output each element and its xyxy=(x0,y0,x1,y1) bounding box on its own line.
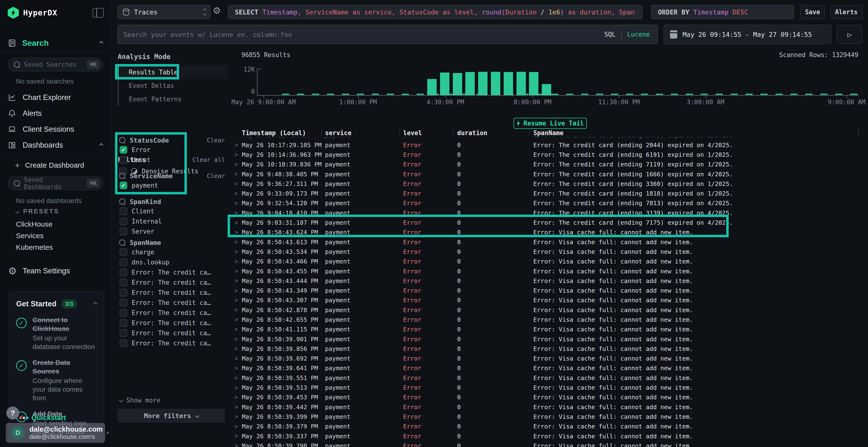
clear-filter-button[interactable]: Clear xyxy=(207,172,225,179)
expand-row-icon[interactable]: > xyxy=(233,248,242,255)
table-row[interactable]: >May 26 8:50:39.337 PMpaymentError0Error… xyxy=(233,431,868,441)
sql-select-input[interactable]: SELECT Timestamp, ServiceName as service… xyxy=(228,5,643,19)
table-row[interactable]: >May 26 8:50:43.534 PMpaymentError0Error… xyxy=(233,247,868,256)
presets-toggle[interactable]: PRESETS xyxy=(16,208,59,215)
expand-row-icon[interactable]: > xyxy=(233,142,242,148)
histogram-bar[interactable] xyxy=(440,72,450,95)
filter-option[interactable]: Error: The credit card … xyxy=(119,338,225,348)
table-row[interactable]: >May 26 9:33:09.173 PMpaymentError0Error… xyxy=(233,188,868,198)
expand-row-icon[interactable]: > xyxy=(233,258,242,265)
table-row[interactable]: >May 26 8:50:39.641 PMpaymentError0Error… xyxy=(233,364,868,373)
checkbox-icon[interactable] xyxy=(120,329,127,337)
table-row[interactable]: >May 26 10:14:36.963 PMpaymentError0Erro… xyxy=(233,150,868,160)
checkbox-icon[interactable] xyxy=(120,309,127,317)
filter-option[interactable]: Error: The credit card … xyxy=(119,328,225,338)
checkbox-icon[interactable] xyxy=(120,156,127,164)
filter-option[interactable]: Unset xyxy=(119,155,225,165)
date-range-picker[interactable]: May 26 09:14:55 - May 27 09:14:55 xyxy=(663,25,831,44)
histogram-bar[interactable] xyxy=(517,72,526,95)
expand-row-icon[interactable]: > xyxy=(233,336,242,342)
expand-row-icon[interactable]: > xyxy=(233,442,242,447)
sidebar-item-team-settings[interactable]: ⚙ Team Settings xyxy=(8,265,70,277)
table-row[interactable]: >May 26 8:50:39.298 PMpaymentError0Error… xyxy=(233,441,868,447)
histogram-bar[interactable] xyxy=(478,72,488,95)
analysis-mode-event-patterns[interactable]: Event Patterns xyxy=(118,93,228,106)
checkbox-icon[interactable] xyxy=(120,289,127,297)
table-row[interactable]: >May 26 8:50:43.613 PMpaymentError0Error… xyxy=(233,237,868,247)
checkbox-icon[interactable] xyxy=(120,228,127,235)
table-row[interactable]: >May 26 8:50:42.878 PMpaymentError0Error… xyxy=(233,305,868,315)
filter-option[interactable]: Error: The credit card … xyxy=(119,298,225,308)
filter-option[interactable]: Error: The credit card … xyxy=(119,277,225,287)
analysis-mode-results-table[interactable]: Results Table xyxy=(118,66,228,79)
more-filters-button[interactable]: More filters xyxy=(118,409,225,423)
analysis-mode-event-deltas[interactable]: Event Deltas xyxy=(118,79,228,93)
filter-option[interactable]: Error: The credit card … xyxy=(119,308,225,318)
preset-kubernetes[interactable]: Kubernetes xyxy=(16,242,53,253)
expand-row-icon[interactable]: > xyxy=(233,433,242,440)
mode-lucene-toggle[interactable]: Lucene xyxy=(627,31,650,38)
saved-dashboards-input[interactable]: Saved Dashboards ⌘K xyxy=(8,176,103,190)
expand-row-icon[interactable]: > xyxy=(233,413,242,420)
alerts-button[interactable]: Alerts xyxy=(830,5,863,19)
column-header-service[interactable]: service xyxy=(325,129,403,137)
sidebar-item-alerts[interactable]: Alerts xyxy=(0,105,111,122)
checkbox-icon[interactable] xyxy=(120,339,127,347)
table-row[interactable]: >May 26 9:36:27.311 PMpaymentError0Error… xyxy=(233,179,868,188)
expand-row-icon[interactable]: > xyxy=(233,404,242,410)
histogram-bar[interactable] xyxy=(465,72,475,95)
sidebar-item-chart-explorer[interactable]: Chart Explorer xyxy=(0,90,111,105)
expand-row-icon[interactable]: > xyxy=(233,316,242,323)
expand-row-icon[interactable]: > xyxy=(233,326,242,333)
filter-option[interactable]: Error: The credit card … xyxy=(119,267,225,277)
expand-row-icon[interactable]: > xyxy=(233,345,242,352)
get-started-header[interactable]: Get Started 3/3 xyxy=(16,299,97,309)
expand-row-icon[interactable]: > xyxy=(233,307,242,313)
filter-option[interactable]: Error: The credit card … xyxy=(119,287,225,298)
table-row[interactable]: >May 26 8:50:43.455 PMpaymentError0Error… xyxy=(233,266,868,276)
filter-option[interactable]: Server xyxy=(119,227,225,237)
filter-option[interactable]: Error: The credit card … xyxy=(119,318,225,328)
expand-row-icon[interactable]: > xyxy=(233,297,242,304)
expand-row-icon[interactable]: > xyxy=(233,384,242,391)
expand-row-icon[interactable]: > xyxy=(233,268,242,275)
table-row-partial[interactable]: >May 26 10:21:45.100 PMpaymentError0Erro… xyxy=(233,137,868,140)
help-button[interactable]: ? xyxy=(6,407,19,419)
expand-row-icon[interactable]: > xyxy=(233,423,242,430)
preset-services[interactable]: Services xyxy=(16,230,44,242)
event-search-input[interactable]: Search your events w/ Lucene ex. column:… xyxy=(117,25,658,44)
table-row[interactable]: >May 26 8:50:39.692 PMpaymentError0Error… xyxy=(233,354,868,364)
table-row[interactable]: >May 26 9:04:18.410 PMpaymentError0Error… xyxy=(233,208,868,218)
table-row[interactable]: >May 26 8:50:43.466 PMpaymentError0Error… xyxy=(233,257,868,266)
filter-option[interactable]: Client xyxy=(119,206,225,216)
table-row[interactable]: >May 26 8:50:39.379 PMpaymentError0Error… xyxy=(233,422,868,431)
save-button[interactable]: Save xyxy=(801,5,825,19)
table-row[interactable]: >May 26 8:50:43.444 PMpaymentError0Error… xyxy=(233,276,868,286)
column-header-timestamp-local-[interactable]: Timestamp (Local) xyxy=(242,129,325,137)
expand-row-icon[interactable]: > xyxy=(233,151,242,158)
checkbox-icon[interactable] xyxy=(120,269,127,276)
checkbox-icon[interactable] xyxy=(120,259,127,266)
table-row[interactable]: >May 26 8:50:39.856 PMpaymentError0Error… xyxy=(233,344,868,353)
chevron-up-icon[interactable] xyxy=(99,41,103,45)
expand-row-icon[interactable]: > xyxy=(233,137,242,138)
mode-sql-toggle[interactable]: SQL xyxy=(604,31,616,38)
table-row[interactable]: >May 26 10:10:39.836 PMpaymentError0Erro… xyxy=(233,160,868,169)
histogram-bar[interactable] xyxy=(491,72,500,95)
checkbox-icon[interactable] xyxy=(120,279,127,286)
sidebar-item-search[interactable]: Search xyxy=(8,36,103,50)
user-profile-bar[interactable]: D dale@clickhouse.com dale@clickhouse.co… xyxy=(6,423,105,443)
source-select[interactable]: Traces xyxy=(117,5,211,19)
order-by-input[interactable]: ORDER BY Timestamp DESC xyxy=(651,5,794,19)
expand-row-icon[interactable]: > xyxy=(233,180,242,187)
checkbox-checked-icon[interactable]: ✓ xyxy=(120,146,127,153)
checkbox-icon[interactable] xyxy=(120,299,127,307)
source-settings-gear-icon[interactable]: ⚙ xyxy=(213,5,221,16)
table-row[interactable]: >May 26 8:50:43.307 PMpaymentError0Error… xyxy=(233,296,868,305)
table-row[interactable]: >May 26 9:03:31.187 PMpaymentError0Error… xyxy=(233,218,868,227)
get-started-item[interactable]: ✓Create Data SourcesConfigure where your… xyxy=(16,358,97,403)
collapse-sidebar-icon[interactable] xyxy=(93,8,104,18)
filter-option[interactable]: ✓payment xyxy=(119,180,225,191)
show-more-button[interactable]: Show more xyxy=(120,397,160,404)
expand-row-icon[interactable]: > xyxy=(233,161,242,168)
